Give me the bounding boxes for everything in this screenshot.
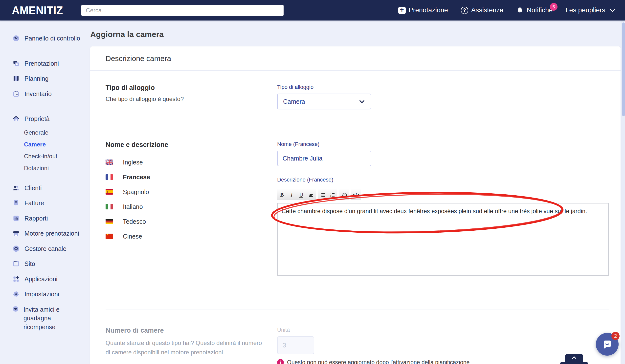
- code-view-button[interactable]: </>: [351, 189, 361, 200]
- sidebar-item-website[interactable]: Sito: [0, 256, 84, 272]
- bullet-list-icon: [320, 192, 326, 197]
- clear-format-button[interactable]: [306, 189, 316, 200]
- heart-icon: [12, 306, 19, 312]
- planning-map-icon: [12, 75, 20, 82]
- language-item-chinese[interactable]: Cinese: [106, 232, 277, 241]
- sidebar-item-invoices[interactable]: Fatture: [0, 196, 84, 211]
- section-heading: Nome e descrizione: [106, 141, 277, 149]
- name-description-section: Nome e descrizione: [90, 121, 621, 276]
- account-menu[interactable]: Les peupliers: [565, 6, 616, 14]
- bold-button[interactable]: B: [277, 189, 287, 200]
- sidebar-item-property[interactable]: Proprietà: [0, 111, 84, 127]
- storefront-icon: [12, 230, 20, 237]
- assistance-button[interactable]: ? Assistenza: [461, 6, 504, 14]
- bullet-list-button[interactable]: [318, 189, 328, 200]
- italy-flag-icon: [106, 204, 113, 209]
- sidebar-item-checkinout[interactable]: Check-in/out: [0, 150, 84, 162]
- description-text: Cette chambre dispose d'un grand lit ave…: [278, 203, 608, 219]
- section-heading: Numero di camere: [106, 327, 277, 334]
- info-circle-icon: i: [277, 359, 284, 364]
- gear-icon: [12, 290, 20, 298]
- language-item-english[interactable]: Inglese: [106, 158, 277, 167]
- scrollbar-thumb[interactable]: [622, 23, 625, 116]
- room-description-card: Descrizione camera Tipo di alloggio Che …: [90, 46, 621, 364]
- language-list: Inglese Francese Spagnolo Italiano: [106, 158, 277, 241]
- home-icon: [12, 115, 20, 122]
- apps-plus-icon: [12, 275, 20, 283]
- page-title: Aggiorna la camera: [90, 30, 622, 39]
- sidebar-item-inventory[interactable]: Inventario: [0, 86, 84, 102]
- chevron-down-icon: [358, 98, 365, 105]
- new-booking-button[interactable]: + Prenotazione: [398, 6, 448, 14]
- underline-button[interactable]: U: [296, 189, 306, 200]
- main-content: Aggiorna la camera Descrizione camera Ti…: [84, 21, 622, 364]
- users-icon: [12, 184, 20, 192]
- section-question: Quante stanze di questo tipo hai? Questo…: [106, 338, 264, 357]
- accommodation-type-select[interactable]: Camera: [277, 94, 371, 109]
- unit-field-label: Unità: [277, 327, 609, 333]
- dashboard-gauge-icon: [12, 35, 20, 42]
- language-item-spanish[interactable]: Spagnolo: [106, 187, 277, 196]
- sidebar-item-booking-engine[interactable]: Motore prenotazioni: [0, 226, 84, 241]
- chat-unread-badge: 2: [611, 332, 620, 340]
- sidebar-item-channel-manager[interactable]: Gestore canale: [0, 241, 84, 256]
- sidebar-item-planning[interactable]: Planning: [0, 71, 84, 86]
- vertical-scrollbar[interactable]: [622, 21, 625, 364]
- description-field-label: Descrizione (Francese): [277, 177, 609, 183]
- germany-flag-icon: [106, 219, 113, 224]
- numbered-list-icon: 1 2: [330, 192, 335, 197]
- room-name-input[interactable]: [277, 151, 371, 166]
- sidebar-item-amenities[interactable]: Dotazioni: [0, 162, 84, 174]
- type-field-label: Tipo di alloggio: [277, 84, 609, 90]
- france-flag-icon: [106, 174, 113, 180]
- bell-icon: [516, 7, 524, 14]
- italic-button[interactable]: I: [287, 189, 296, 200]
- sidebar-item-rooms[interactable]: Camere: [0, 139, 84, 150]
- china-flag-icon: [106, 234, 113, 239]
- notifications-button[interactable]: Notifiche 5: [516, 6, 553, 14]
- sidebar-item-general[interactable]: Generale: [0, 127, 84, 139]
- scroll-to-top-button[interactable]: [560, 354, 588, 364]
- sidebar-item-bookings[interactable]: Prenotazioni: [0, 56, 84, 71]
- search-input[interactable]: [81, 5, 283, 16]
- bookings-camera-icon: [12, 60, 20, 67]
- numbered-list-button[interactable]: 1 2: [328, 189, 337, 200]
- top-navbar: AMENITIZ + Prenotazione ? Assistenza Not…: [0, 0, 625, 21]
- accommodation-type-section: Tipo di alloggio Che tipo di alloggio è …: [90, 71, 621, 109]
- section-question: Che tipo di alloggio è questo?: [106, 96, 277, 103]
- info-notice: i Questo non può essere aggiornato dopo …: [277, 359, 609, 364]
- spain-flag-icon: [106, 189, 113, 195]
- calendar-icon: [12, 90, 20, 98]
- language-item-german[interactable]: Tedesco: [106, 217, 277, 226]
- uk-flag-icon: [106, 160, 113, 165]
- amenitiz-logo[interactable]: AMENITIZ: [12, 4, 63, 17]
- bar-chart-icon: [12, 215, 20, 222]
- section-heading: Tipo di alloggio: [106, 84, 277, 92]
- eraser-icon: [308, 192, 314, 197]
- link-icon: [342, 192, 347, 198]
- editor-toolbar: B I U: [277, 189, 609, 200]
- browser-icon: [12, 260, 20, 267]
- chevron-up-icon: [571, 355, 577, 361]
- notifications-count-badge: 5: [550, 3, 558, 11]
- language-item-italian[interactable]: Italiano: [106, 202, 277, 211]
- language-item-french[interactable]: Francese: [106, 172, 277, 182]
- unit-count-input: [277, 336, 314, 354]
- description-editor[interactable]: Cette chambre dispose d'un grand lit ave…: [277, 203, 609, 276]
- sidebar-item-referral[interactable]: Invita amici e guadagna ricompense: [0, 302, 84, 335]
- question-circle-icon: ?: [461, 7, 468, 14]
- navbar-actions: + Prenotazione ? Assistenza Notifiche 5 …: [398, 6, 616, 14]
- receipt-icon: [12, 199, 20, 207]
- svg-text:2: 2: [330, 195, 331, 197]
- sidebar-item-dashboard[interactable]: Pannello di controllo: [0, 31, 84, 46]
- chat-launcher-button[interactable]: 2: [596, 333, 619, 356]
- sidebar-item-clients[interactable]: Clienti: [0, 181, 84, 196]
- sidebar-item-apps[interactable]: Applicazioni: [0, 272, 84, 287]
- chevron-down-icon: [609, 7, 616, 14]
- insert-link-button[interactable]: [340, 189, 349, 200]
- sidebar-item-settings[interactable]: Impostazioni: [0, 287, 84, 302]
- room-count-section: Numero di camere Quante stanze di questo…: [90, 309, 621, 364]
- svg-text:1: 1: [330, 192, 331, 195]
- app-root: AMENITIZ + Prenotazione ? Assistenza Not…: [0, 0, 625, 364]
- sidebar-item-reports[interactable]: Rapporti: [0, 211, 84, 226]
